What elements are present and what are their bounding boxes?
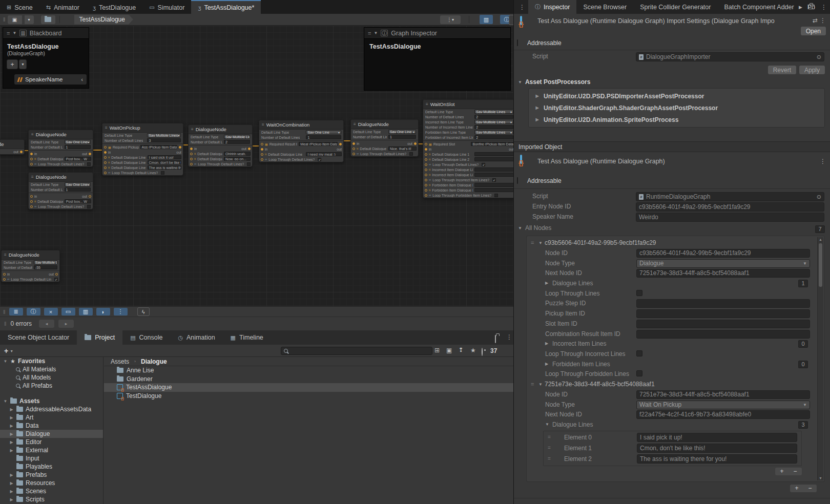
graph-inspector-panel[interactable]: = ▼ ⓘ Graph Inspector TestAssDialogue xyxy=(364,27,511,91)
caret-icon[interactable]: ▶ xyxy=(535,94,540,98)
node-header[interactable]: ≡DialogueNode xyxy=(2,250,59,260)
out-port[interactable] xyxy=(414,142,417,145)
caret-icon[interactable]: ▶ xyxy=(9,424,14,428)
blackboard-property-speakername[interactable]: SpeakerName ‹ xyxy=(14,74,87,85)
out-port[interactable] xyxy=(20,151,23,153)
node-text-field[interactable]: Nice, that's it! xyxy=(388,146,417,151)
out-port[interactable] xyxy=(248,148,251,150)
caret-icon[interactable]: ▶ xyxy=(9,497,14,502)
checkbox[interactable] xyxy=(636,350,642,356)
visibility-icon[interactable] xyxy=(482,348,483,356)
field-port[interactable] xyxy=(425,189,427,192)
node-group-c93b5606-401f-49a2-99b5-9ecbf1fa9c29[interactable]: =▼c93b5606-401f-49a2-99b5-9ecbf1fa9c29 xyxy=(527,238,824,248)
field-port[interactable] xyxy=(425,163,427,166)
node-text-field[interactable] xyxy=(474,173,513,177)
toolbar-grip[interactable]: ‖ xyxy=(3,16,6,23)
node-text-field[interactable]: Now, go on,.. xyxy=(224,157,251,161)
foldout-caret-icon[interactable]: ▼ xyxy=(545,422,549,427)
field-port[interactable] xyxy=(104,156,107,159)
prev-error-button[interactable]: ◂ xyxy=(39,320,54,328)
folder-row-resources[interactable]: ▶Resources xyxy=(0,479,103,487)
in-port[interactable] xyxy=(261,148,263,151)
addressable-checkbox[interactable] xyxy=(517,39,518,46)
in-port[interactable] xyxy=(30,195,33,198)
field-port[interactable] xyxy=(261,153,263,156)
search-field[interactable] xyxy=(281,347,432,355)
node-header[interactable]: ≡WaitOnCombination xyxy=(259,120,343,130)
in-port[interactable] xyxy=(30,153,33,155)
node-setting-value[interactable]: Say Multiple Lines▾ xyxy=(474,110,513,114)
graph-node-dialogue-5[interactable]: ≡DialogueNodeDefault Line TypeSay Multip… xyxy=(1,250,60,282)
in-port[interactable] xyxy=(425,148,427,151)
expand-chevron-icon[interactable]: ‹ xyxy=(81,76,83,82)
revert-button[interactable]: Revert xyxy=(768,66,796,74)
in-port[interactable] xyxy=(3,273,6,276)
node-checkbox[interactable] xyxy=(494,194,498,197)
node-checkbox[interactable] xyxy=(87,205,91,208)
foldout-caret-icon[interactable]: ▼ xyxy=(538,382,543,387)
element-field[interactable]: The ass is waiting there for you! xyxy=(637,454,797,464)
field-port[interactable] xyxy=(30,163,33,165)
in-port[interactable] xyxy=(104,151,107,154)
text-field[interactable] xyxy=(636,320,810,328)
tab-project[interactable]: Project xyxy=(77,330,122,345)
graph-node-wait-on-pickup[interactable]: ≡WaitOnPickupDefault Line TypeSay Multip… xyxy=(102,123,183,176)
bottom-dock-menu-icon[interactable]: ⋮ xyxy=(506,333,512,341)
doc-tab-animator[interactable]: ⇆Animator xyxy=(39,0,86,14)
in-port[interactable] xyxy=(352,142,355,145)
node-header[interactable]: ≡DialogueNode xyxy=(189,125,252,134)
inspector-tab-sprite-collider-generator[interactable]: Sprite Collider Generator xyxy=(633,0,717,14)
panels-icon[interactable]: ▥ xyxy=(79,308,93,316)
info-icon[interactable]: ⓘ xyxy=(27,308,40,316)
field-port[interactable] xyxy=(425,158,427,161)
field-port[interactable] xyxy=(190,153,193,155)
node-checkbox[interactable] xyxy=(409,152,413,156)
graph-node-wait-on-combination[interactable]: ≡WaitOnCombinationDefault Line TypeSay O… xyxy=(259,120,344,162)
folder-row-data[interactable]: ▶Data xyxy=(0,422,103,430)
all-nodes-foldout[interactable]: ▼ All Nodes xyxy=(518,224,551,232)
node-text-field[interactable]: Cmon, don't be like this! xyxy=(148,160,181,164)
caret-icon[interactable]: ▶ xyxy=(9,440,14,445)
scroll-up-icon[interactable]: ▲ xyxy=(818,238,823,241)
inspector-tab-batch-component-adder[interactable]: Batch Component Adder xyxy=(717,0,800,14)
caret-icon[interactable]: ▼ xyxy=(3,359,8,364)
file-row-testassdialogue[interactable]: TestAssDialogue xyxy=(104,383,513,392)
out-port[interactable] xyxy=(179,146,181,149)
node-header[interactable]: ≡WaitOnSlot xyxy=(423,100,513,109)
object-field[interactable]: Meat (Pickup Item Data) ⊙ xyxy=(299,142,338,146)
node-text-field[interactable] xyxy=(474,167,513,172)
caret-icon[interactable]: ▶ xyxy=(9,415,14,420)
field-port[interactable] xyxy=(425,153,427,156)
text-field[interactable] xyxy=(636,330,810,339)
script-field[interactable]: # DialogueGraphImporter ⊙ xyxy=(636,52,824,61)
field-port[interactable] xyxy=(425,143,427,145)
favorite-all-materials[interactable]: All Materials xyxy=(0,365,103,373)
node-setting-value[interactable]: Say Multiple Lines▾ xyxy=(34,260,57,264)
search-by-type-icon[interactable]: ⊞ xyxy=(434,347,440,354)
text-field[interactable] xyxy=(636,299,810,308)
node-checkbox[interactable]: ✓ xyxy=(482,163,485,166)
graph-node-dialogue-1[interactable]: ≡DialogueNodeDefault Line TypeSay One Li… xyxy=(28,130,93,167)
field-port[interactable] xyxy=(104,146,107,149)
element-field[interactable]: I said pick it up! xyxy=(637,433,797,442)
caret-icon[interactable]: ▶ xyxy=(9,448,14,453)
field-port[interactable] xyxy=(30,158,33,160)
drag-handle-icon[interactable]: = xyxy=(548,445,550,451)
graph-node-dialogue-2[interactable]: ≡DialogueNodeDefault Line TypeSay One Li… xyxy=(28,172,93,209)
breadcrumb-root[interactable]: Assets xyxy=(111,358,129,365)
count-field[interactable]: 0 xyxy=(798,361,808,368)
node-checkbox[interactable] xyxy=(87,162,91,166)
text-field[interactable]: 7251e73e-38d3-44ff-a8c5-bcf54088aaf1 xyxy=(636,390,810,399)
scrollbar-thumb[interactable] xyxy=(819,243,822,287)
folder-row-external[interactable]: ▶External xyxy=(0,446,103,454)
field-port[interactable] xyxy=(30,205,33,208)
caret-icon[interactable]: ▶ xyxy=(9,481,14,486)
field-port[interactable] xyxy=(190,163,193,165)
favorite-all-prefabs[interactable]: All Prefabs xyxy=(0,382,103,390)
apply-button[interactable]: Apply xyxy=(799,66,825,74)
caret-icon[interactable]: ▶ xyxy=(9,407,14,412)
node-header[interactable]: ≡DialogueNode xyxy=(29,173,93,182)
field-port[interactable] xyxy=(104,172,107,174)
folder-row-playables[interactable]: Playables xyxy=(0,463,103,471)
caret-icon[interactable]: ▶ xyxy=(9,432,14,436)
